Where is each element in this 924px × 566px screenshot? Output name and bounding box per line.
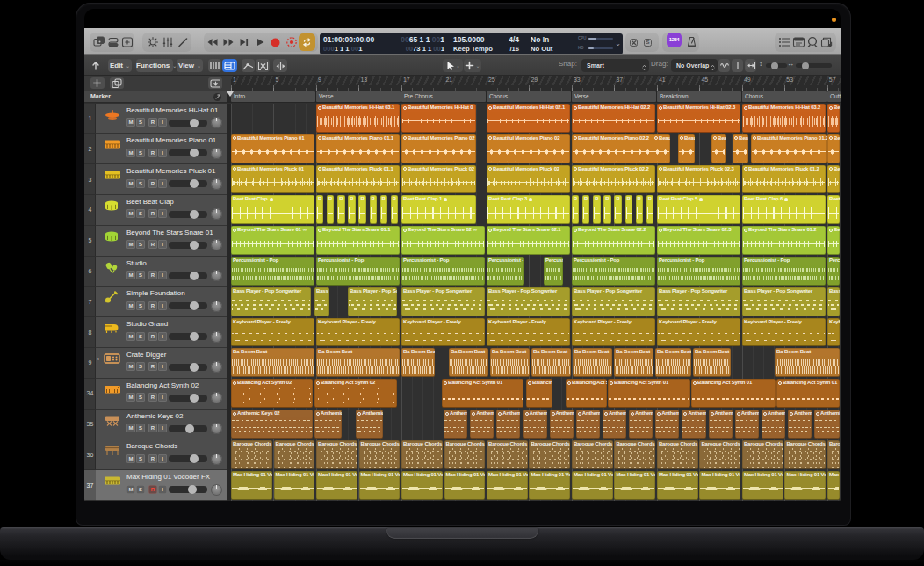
lcd-mode-chevron[interactable]: ⌄ (615, 40, 621, 47)
region[interactable]: Beet Beat Clap.5 (657, 195, 740, 224)
stop-go-to-beginning-button[interactable] (236, 33, 251, 52)
volume-slider-thumb[interactable] (185, 424, 194, 433)
track-disclosure-arrow[interactable]: › (97, 356, 99, 362)
track-mute-button[interactable]: M (126, 454, 135, 463)
region[interactable]: Balancing Act Synth 01 (442, 379, 523, 408)
track-solo-button[interactable]: S (136, 209, 145, 218)
track-pan-knob[interactable] (211, 270, 222, 281)
track-header-4[interactable]: Beet Beat ClapMSRI (96, 195, 227, 226)
region[interactable]: Max Hiding 01 Vocoder FX (614, 471, 655, 500)
horizontal-auto-zoom-button[interactable] (745, 59, 756, 72)
browsers-button[interactable] (819, 33, 834, 52)
region[interactable]: Beautiful Memories Hi-Hat 03.2 (742, 104, 826, 133)
region[interactable]: Percussionist - Pop (742, 257, 826, 286)
forward-button[interactable] (220, 33, 235, 52)
track-input-monitor-button[interactable]: I (158, 209, 167, 218)
region[interactable]: Beyond The Stars Snare 02.2 (572, 226, 655, 255)
volume-slider-thumb[interactable] (190, 119, 199, 127)
track-mute-button[interactable]: M (126, 332, 135, 341)
region[interactable]: Beautiful Memories Piano 01.3 (827, 134, 840, 163)
region[interactable]: Beautiful Memories Pluck 01.1 (316, 165, 400, 194)
region[interactable]: Anthemic Keys 02 (550, 410, 574, 439)
volume-slider-thumb[interactable] (190, 454, 199, 463)
region[interactable]: Anthemic Keys 02 (576, 410, 600, 439)
count-in-button[interactable]: 1234 (667, 33, 682, 47)
region[interactable]: Beautiful Memories Pluck 01.3 (827, 165, 840, 194)
track-pan-knob[interactable] (211, 331, 222, 343)
track-input-monitor-button[interactable]: I (158, 424, 167, 432)
track-input-monitor-button[interactable]: I (158, 485, 167, 494)
region[interactable]: B (603, 195, 610, 224)
region[interactable]: Keyboard Player - Freely (657, 318, 740, 347)
region[interactable]: Baroque Chords (699, 440, 740, 469)
track-solo-button[interactable]: S (136, 118, 145, 127)
region[interactable]: B (636, 195, 643, 224)
plus-tool-button[interactable]: ⌄ (464, 59, 481, 72)
volume-slider-thumb[interactable] (190, 210, 199, 219)
track-name[interactable]: Beautiful Memories Hi-Hat 01 (126, 106, 223, 114)
region[interactable]: Max Hiding 01 Vocoder FX (316, 471, 357, 500)
region[interactable]: Keyboard Player - Freely (316, 318, 400, 347)
track-solo-button[interactable]: S (136, 179, 145, 188)
list-editors-button[interactable] (777, 33, 791, 52)
region[interactable]: Beautiful Memories Pluck 01.2 (742, 165, 826, 194)
track-volume-slider[interactable] (169, 333, 207, 340)
track-name[interactable]: Max Hiding 01 Vocoder FX (126, 473, 223, 481)
pointer-tool-button[interactable]: ⌄ (443, 59, 463, 72)
volume-slider-thumb[interactable] (190, 272, 199, 280)
track-name[interactable]: Balancing Act Synth 02 (126, 381, 223, 389)
region[interactable]: Balancing Act Synth 01 (776, 379, 840, 408)
track-name[interactable]: Beautiful Memories Piano 01 (126, 136, 223, 144)
region[interactable]: Ba-Boom Beat (231, 348, 314, 377)
track-mute-button[interactable]: M (126, 362, 135, 371)
track-solo-button[interactable]: S (136, 332, 145, 341)
region[interactable]: B (370, 195, 377, 224)
region[interactable]: Ba-Boom Beat (573, 348, 612, 377)
track-volume-slider[interactable] (169, 486, 207, 493)
region[interactable]: Percussionist - Pop (657, 257, 740, 286)
region[interactable]: Baroque Chords (231, 440, 272, 469)
track-record-enable-button[interactable]: R (148, 209, 157, 218)
region[interactable]: Bass Player - Pop Songwriter (487, 287, 570, 316)
region[interactable]: Balancing Act Synth 02 (314, 379, 397, 408)
region[interactable]: Balancing Act Synth 02 (231, 379, 313, 408)
region[interactable]: Beet Beat Clap.7 (827, 195, 840, 224)
track-volume-slider[interactable] (169, 120, 207, 127)
region[interactable]: Ba-Boom Beat (531, 348, 571, 377)
note-pads-button[interactable] (791, 33, 805, 52)
region[interactable]: Bass Player - Pop Songwriter (231, 287, 311, 316)
menu-view[interactable]: View⌄ (177, 59, 203, 72)
region[interactable]: Bass Player - Pop Songwriter (314, 287, 329, 316)
pencil-button[interactable] (176, 33, 190, 52)
apple-loops-button[interactable] (805, 33, 819, 52)
track-input-monitor-button[interactable]: I (158, 362, 167, 371)
horizontal-zoom-thumb[interactable] (802, 62, 809, 69)
region[interactable]: Anthemic Keys 02 (735, 410, 759, 439)
region[interactable]: Keyboard Player - Freely (827, 318, 840, 347)
track-volume-slider[interactable] (169, 272, 207, 279)
region[interactable]: Percussionist - Pop (231, 257, 314, 286)
region[interactable]: Beyond The Stars Snare 01.2 (742, 226, 826, 255)
volume-slider-thumb[interactable] (190, 241, 199, 250)
region[interactable]: Max Hiding 01 Vocoder FX (274, 471, 315, 500)
drag-select[interactable]: No Overlap (671, 59, 718, 72)
marker-collapse-button[interactable] (213, 93, 221, 101)
track-mute-button[interactable]: M (126, 271, 135, 279)
track-record-enable-button[interactable]: R (148, 271, 157, 279)
marquee-button[interactable] (256, 59, 270, 72)
inspector-button[interactable] (120, 33, 134, 52)
track-name[interactable]: Studio Grand (126, 320, 223, 328)
region[interactable]: Anthemic Keys 02 (356, 410, 383, 439)
region[interactable]: Baroque Chords (572, 440, 613, 469)
track-volume-slider[interactable] (169, 455, 207, 462)
track-name[interactable]: Simple Foundation (126, 289, 223, 297)
capture-recording-button[interactable] (284, 33, 299, 52)
track-input-monitor-button[interactable]: I (158, 179, 167, 188)
region[interactable]: Beautiful Memories Hi-Hat 02.1 (487, 104, 570, 133)
waveform-zoom-button[interactable] (718, 59, 730, 72)
region[interactable]: Beautiful Memories Piano (653, 134, 670, 163)
region[interactable]: Bass Player - Pop Songwriter (742, 287, 826, 316)
marker-track-header[interactable]: Marker (84, 91, 227, 103)
track-pan-knob[interactable] (211, 454, 222, 465)
track-solo-button[interactable]: S (136, 240, 145, 249)
